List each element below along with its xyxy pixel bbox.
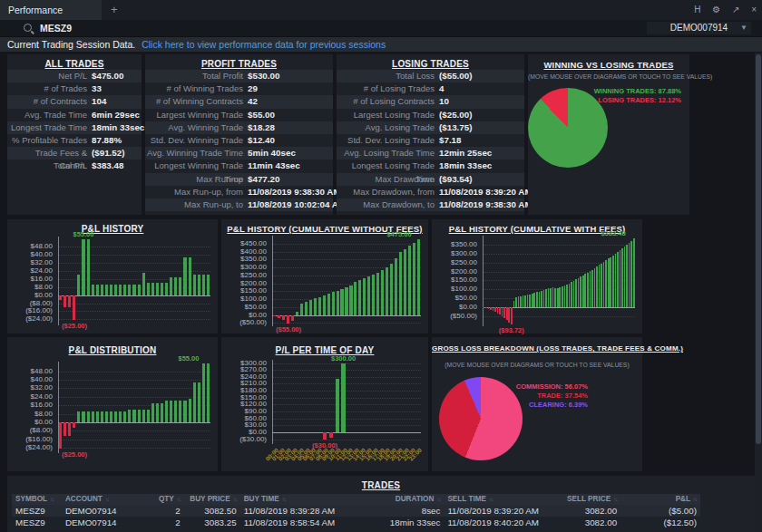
stat-value: 18min 33sec <box>435 160 492 172</box>
gross-loss-subtitle: (MOVE MOUSE OVER DIAGRAMS OR TOUCH TO SE… <box>432 362 642 368</box>
bar <box>404 249 406 315</box>
bar <box>615 254 617 307</box>
column-header[interactable]: ACCOUNT↑↓ <box>62 494 143 505</box>
column-header[interactable]: DURATION↑↓ <box>349 494 444 505</box>
stat-label: Max Drawdown, from <box>337 186 435 198</box>
sort-icon[interactable]: ↑↓ <box>233 497 237 502</box>
column-header[interactable]: QTY↑↓ <box>143 494 184 505</box>
bar <box>327 294 330 315</box>
losing-trades-stats: Total Loss($55.00)# of Losing Trades4# o… <box>337 70 524 211</box>
stat-value: 104 <box>87 95 106 108</box>
account-selector[interactable]: DEMO007914 ▼ <box>647 22 751 34</box>
bar <box>132 285 135 295</box>
vertical-scrollbar[interactable] <box>755 53 762 532</box>
column-header[interactable]: BUY TIME↑↓ <box>240 494 349 505</box>
profit-trades-title: PROFIT TRADES <box>145 59 333 69</box>
sort-icon[interactable]: ↑↓ <box>177 497 181 502</box>
pnl-time-of-day-chart[interactable]: $300.00$270.00$240.00$210.00$180.00$150.… <box>221 360 428 444</box>
bar <box>566 285 568 307</box>
sort-icon[interactable]: ↑↓ <box>105 497 109 502</box>
bar <box>156 403 159 422</box>
win-vs-loss-title: WINNING VS LOSING TRADES <box>528 60 689 70</box>
pnl-distribution-chart[interactable]: $48.00$40.00$32.00$24.00$16.00$8.00$0.00… <box>7 362 218 453</box>
all-trades-title: ALL TRADES <box>7 59 142 69</box>
column-header[interactable]: SELL PRICE↑↓ <box>557 494 620 505</box>
window-controls: H ⚙ ↗ × <box>685 0 757 20</box>
pnl-cum-fees-chart[interactable]: $350.00$300.00$250.00$200.00$150.00$100.… <box>432 236 642 326</box>
stat-value: 10 <box>435 95 449 108</box>
close-icon[interactable]: × <box>751 5 757 15</box>
bar <box>291 315 294 321</box>
stat-row: Total P/L$383.48 <box>7 160 142 172</box>
pnl-history-title: P&L HISTORY <box>7 224 218 234</box>
sort-icon[interactable]: ↑↓ <box>613 497 617 502</box>
bar <box>395 258 397 315</box>
sort-icon[interactable]: ↑↓ <box>489 497 493 502</box>
legend-item: CLEARING: 6.39% <box>516 401 588 410</box>
bar <box>174 277 177 295</box>
bar <box>179 401 181 421</box>
bar <box>545 289 547 307</box>
symbol-search-input[interactable]: MESZ9 <box>40 20 72 36</box>
all-trades-stats: Net P/L$475.00# of Trades33# of Contract… <box>7 70 142 173</box>
bar <box>503 307 505 318</box>
pnl-history-chart[interactable]: $48.00$40.00$32.00$24.00$16.00$8.00$0.00… <box>7 237 218 325</box>
bar <box>569 284 571 307</box>
bar <box>96 285 99 295</box>
stat-value: $530.00 <box>243 70 279 82</box>
bar <box>202 363 205 422</box>
bar <box>132 410 135 422</box>
trade-cell: ($5.00) <box>620 505 700 517</box>
stat-label: Avg. Winning Trade <box>145 121 243 134</box>
bar <box>564 285 566 307</box>
gross-loss-pie-chart[interactable] <box>439 377 523 460</box>
bar <box>483 307 484 308</box>
sort-icon[interactable]: ↑↓ <box>50 497 54 502</box>
stat-label: Largest Losing Trade <box>337 109 435 121</box>
stat-label: Std. Dev. Winning Trade <box>145 134 243 147</box>
bar <box>557 288 559 307</box>
trade-row[interactable]: MESZ9DEMO0791423082.5011/08/2019 8:39:28… <box>12 505 700 517</box>
previous-sessions-link[interactable]: Click here to view performance data for … <box>142 39 386 50</box>
bar <box>207 363 210 422</box>
sort-icon[interactable]: ↑↓ <box>693 497 697 502</box>
popout-icon[interactable]: ↗ <box>732 5 739 15</box>
trade-row[interactable]: MESZ9DEMO0791423083.2511/08/2019 8:58:54… <box>12 517 700 528</box>
bar <box>101 411 103 422</box>
bar <box>605 260 607 307</box>
bar <box>170 401 172 421</box>
bar <box>287 315 289 324</box>
bar <box>559 287 561 307</box>
tab-performance-center[interactable]: Performance Center× <box>0 0 102 20</box>
bar <box>128 410 131 422</box>
column-header[interactable]: SYMBOL↑↓ <box>12 494 62 505</box>
settings-gear-icon[interactable]: ⚙ <box>712 5 720 15</box>
win-vs-loss-panel: WINNING VS LOSING TRADES (MOVE MOUSE OVE… <box>528 54 689 215</box>
scrollbar-thumb[interactable] <box>756 54 761 444</box>
stat-label: Longest Winning Trade Time <box>145 160 243 172</box>
gross-loss-panel: GROSS LOSS BREAKDOWN (LOSS TRADES, TRADE… <box>432 337 642 471</box>
column-header[interactable]: SELL TIME↑↓ <box>444 494 557 505</box>
bar <box>630 241 632 308</box>
new-tab-button[interactable]: + <box>111 0 118 20</box>
column-header[interactable]: P&L↑↓ <box>620 494 700 505</box>
trade-cell: 11/08/2019 8:39:28 AM <box>240 505 349 517</box>
sort-icon[interactable]: ↑↓ <box>436 497 440 502</box>
pnl-cum-no-fees-chart[interactable]: $450.00$400.00$350.00$300.00$250.00$200.… <box>221 236 428 326</box>
bar <box>573 281 575 307</box>
bar <box>73 422 75 428</box>
bar <box>548 288 550 307</box>
profit-trades-panel: PROFIT TRADES Total Profit$530.00# of Wi… <box>145 54 333 215</box>
bar <box>610 257 611 308</box>
stat-value: ($91.52) <box>87 147 125 160</box>
bar <box>165 401 168 421</box>
bar <box>142 273 145 295</box>
sort-icon[interactable]: ↑↓ <box>282 497 286 502</box>
trades-panel: TRADES SYMBOL↑↓ACCOUNT↑↓QTY↑↓BUY PRICE↑↓… <box>7 476 755 532</box>
trade-cell: 11/08/2019 8:58:54 AM <box>240 517 349 528</box>
column-header[interactable]: BUY PRICE↑↓ <box>184 494 240 505</box>
bar <box>337 291 339 315</box>
trade-cell: 18min 33sec <box>349 517 444 528</box>
pnl-history-panel: P&L HISTORY $48.00$40.00$32.00$24.00$16.… <box>7 219 218 334</box>
help-icon[interactable]: H <box>694 5 700 15</box>
